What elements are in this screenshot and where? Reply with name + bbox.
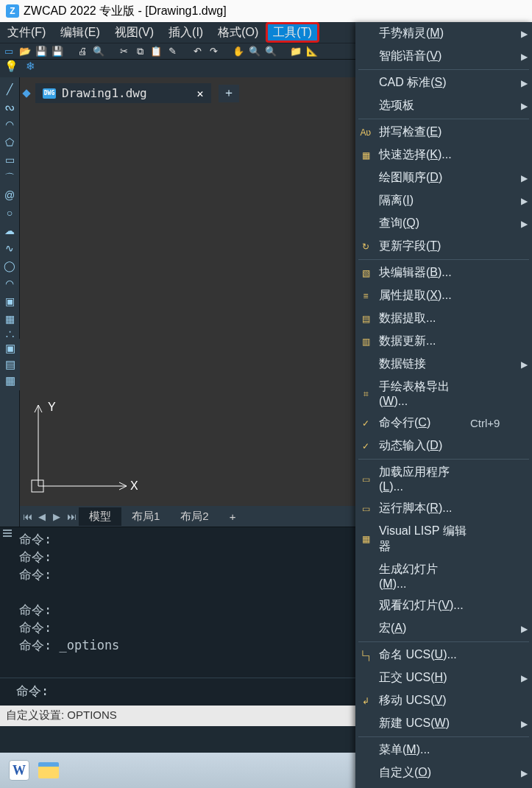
light-icon[interactable]: 💡 [4, 60, 18, 72]
save-icon[interactable]: 💾 [35, 46, 47, 57]
paste-icon[interactable]: 📋 [150, 46, 162, 57]
preview-icon[interactable]: 🔍 [93, 46, 104, 57]
menu-item[interactable]: 自定义(O)▶ [355, 761, 532, 784]
spline-icon[interactable]: ∿ [2, 241, 17, 256]
rectangle-icon[interactable]: ▭ [2, 152, 17, 167]
arc2-icon[interactable]: ⌒ [2, 170, 17, 185]
menu-item[interactable]: CAD 标准(S)▶ [355, 71, 532, 94]
menu-item[interactable]: ↲移动 UCS(V) [355, 689, 532, 712]
panel-grip-icon[interactable] [3, 530, 12, 537]
submenu-arrow-icon: ▶ [520, 78, 528, 88]
menu-format[interactable]: 格式(O) [210, 22, 266, 43]
saveall-icon[interactable]: 💾 [52, 46, 63, 57]
document-tab[interactable]: DWG Drawing1.dwg ✕ [35, 83, 211, 103]
tab-add-button[interactable]: ＋ [219, 85, 239, 102]
undo-icon[interactable]: ↶ [191, 46, 203, 57]
menu-item-label: 手绘表格导出(W)... [379, 379, 469, 408]
menu-item-icon: ▭ [358, 503, 373, 515]
layout-last-icon[interactable]: ⏭ [64, 511, 79, 522]
menu-item[interactable]: 正交 UCS(H)▶ [355, 666, 532, 689]
menu-insert[interactable]: 插入(I) [161, 22, 210, 43]
menu-item-icon: ▤ [358, 313, 373, 325]
menu-item[interactable]: 宏(A)▶ [355, 617, 532, 640]
tab-close-icon[interactable]: ✕ [197, 87, 204, 100]
zoom-icon[interactable]: 🔍 [249, 46, 260, 57]
line-icon[interactable]: ╱ [2, 82, 17, 96]
menu-item[interactable]: 观看幻灯片(V)... [355, 594, 532, 617]
menu-item-label: 移动 UCS(V) [379, 693, 464, 708]
menu-item[interactable]: 隔离(I)▶ [355, 189, 532, 212]
taskbar-explorer-icon[interactable] [38, 762, 59, 778]
text-icon[interactable]: ▦ [5, 374, 15, 387]
new-icon[interactable]: ▭ [3, 46, 15, 57]
polyline-icon[interactable]: ᔓ [2, 99, 17, 114]
tab-layout2[interactable]: 布局2 [170, 507, 219, 526]
layout-prev-icon[interactable]: ◀ [35, 511, 49, 522]
menu-item[interactable]: 数据链接▶ [355, 353, 532, 376]
cut-icon[interactable]: ✂ [118, 46, 130, 57]
submenu-arrow-icon: ▶ [520, 52, 528, 62]
menu-item[interactable]: 选项板▶ [355, 94, 532, 117]
menu-item[interactable]: 新建 UCS(W)▶ [355, 712, 532, 735]
tab-layout-add[interactable]: + [219, 508, 247, 525]
menu-item[interactable]: ▦快速选择(K)... [355, 144, 532, 166]
boundary-icon[interactable]: ▣ [5, 342, 15, 355]
matchprops-icon[interactable]: ✎ [166, 46, 178, 57]
menu-item[interactable]: ▭运行脚本(R)... [355, 497, 532, 520]
menu-item[interactable]: ✓命令行(C)Ctrl+9 [355, 412, 532, 435]
menu-tools[interactable]: 工具(T) [266, 22, 319, 43]
copy-icon[interactable]: ⧉ [134, 46, 146, 57]
layout-first-icon[interactable]: ⏮ [20, 511, 35, 522]
measure-icon[interactable]: 📐 [306, 46, 318, 57]
freeze-icon[interactable]: ❄ [26, 60, 35, 72]
menu-item[interactable]: Aʋ拼写检查(E) [355, 121, 532, 144]
hatch-icon[interactable]: ▦ [2, 312, 17, 326]
menu-item[interactable]: ⌗手绘表格导出(W)... [355, 376, 532, 412]
folder-icon[interactable]: 📁 [290, 46, 302, 57]
menu-item[interactable]: ✓动态输入(D) [355, 435, 532, 457]
ellipsearc-icon[interactable]: ◠ [2, 276, 17, 291]
redo-icon[interactable]: ↷ [208, 46, 219, 57]
menu-item[interactable]: 手势精灵(M)▶ [355, 22, 532, 45]
print-icon[interactable]: 🖨 [77, 46, 88, 57]
block-icon[interactable]: ▣ [2, 294, 17, 309]
menu-item[interactable]: ▧块编辑器(B)... [355, 261, 532, 284]
menu-item[interactable]: ▦草图设置(F)... [355, 784, 532, 788]
table-icon[interactable]: ▤ [5, 358, 15, 371]
menu-item[interactable]: 智能语音(V)▶ [355, 45, 532, 68]
menu-item-label: 属性提取(X)... [379, 288, 464, 303]
menu-item[interactable]: 生成幻灯片(M)... [355, 558, 532, 594]
menu-view[interactable]: 视图(V) [107, 22, 161, 43]
arc-icon[interactable]: ◠ [2, 117, 17, 132]
menu-item-label: 快速选择(K)... [379, 147, 464, 163]
layout-next-icon[interactable]: ▶ [49, 511, 64, 522]
menu-item-label: 正交 UCS(H) [379, 670, 464, 686]
polygon-icon[interactable]: ⬠ [2, 135, 17, 149]
menu-item[interactable]: ▤数据提取... [355, 307, 532, 330]
menu-item[interactable]: ≡属性提取(X)... [355, 284, 532, 307]
menu-item[interactable]: ↻更新字段(T) [355, 235, 532, 258]
menu-item[interactable]: 绘图顺序(D)▶ [355, 166, 532, 189]
ellipse-icon[interactable]: ◯ [2, 258, 17, 273]
tab-model[interactable]: 模型 [79, 507, 121, 526]
menu-item[interactable]: 菜单(M)... [355, 739, 532, 761]
circle-icon[interactable]: ○ [2, 205, 17, 220]
taskbar-word-icon[interactable]: W [9, 760, 29, 781]
menu-item-label: CAD 标准(S) [379, 75, 464, 91]
menu-item[interactable]: ▦Visual LISP 编辑器 [355, 520, 532, 558]
tab-layout1[interactable]: 布局1 [121, 507, 170, 526]
zoomext-icon[interactable]: 🔍 [265, 46, 277, 57]
menu-item[interactable]: └┐命名 UCS(U)... [355, 644, 532, 666]
menu-item-icon: ▥ [358, 336, 373, 348]
menu-item[interactable]: ▥数据更新... [355, 330, 532, 353]
open-icon[interactable]: 📂 [19, 46, 31, 57]
pan-icon[interactable]: ✋ [233, 46, 244, 57]
spiral-icon[interactable]: @ [2, 188, 17, 203]
menu-separator [358, 641, 529, 642]
menu-item-icon [358, 100, 373, 112]
cloud-icon[interactable]: ☁ [2, 223, 17, 238]
menu-item[interactable]: ▭加载应用程序(L)... [355, 461, 532, 497]
menu-item[interactable]: 查询(Q)▶ [355, 212, 532, 235]
menu-edit[interactable]: 编辑(E) [53, 22, 107, 43]
menu-file[interactable]: 文件(F) [0, 22, 53, 43]
